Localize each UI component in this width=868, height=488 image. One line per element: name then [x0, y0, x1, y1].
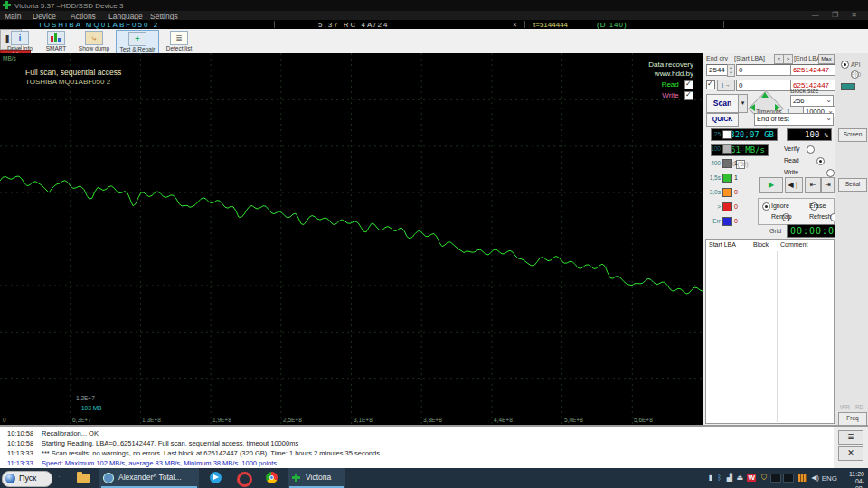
range-checkbox[interactable]: [706, 80, 715, 89]
elapsed-timer-lcd: 00:00:01: [787, 224, 837, 238]
verify-label: Verify: [784, 145, 800, 152]
remap-label: Remap: [771, 213, 792, 220]
tab-separator: [24, 21, 24, 28]
show-dump-button[interactable]: ⤷ Show dump: [74, 30, 114, 52]
window-controls[interactable]: — ❐ ✕: [812, 11, 863, 19]
word-icon[interactable]: W: [747, 474, 756, 482]
y-axis-label: MB/s: [3, 55, 16, 61]
battery-icon[interactable]: ▮: [709, 474, 712, 482]
victoria-app-window: Victoria 5.37 –HDD/SSD Device 3 Main Dev…: [0, 0, 868, 488]
tab-device-1[interactable]: TOSHIBA MQ01ABF050 2: [38, 21, 159, 29]
usb-icon[interactable]: ⏏: [736, 474, 743, 482]
victoria-icon: [292, 474, 300, 482]
play-button[interactable]: ▶: [760, 177, 783, 193]
end-drv-label: End drv: [706, 55, 728, 61]
folder-dump-icon: ⤷: [85, 31, 103, 45]
notepad-icon: ≣: [170, 31, 188, 45]
api-radio[interactable]: [841, 61, 849, 69]
volume-icon[interactable]: ◀): [811, 474, 819, 482]
write-legend-checkbox[interactable]: [684, 91, 693, 100]
col-start-lba: Start LBA: [709, 241, 736, 248]
ignore-radio[interactable]: [762, 202, 770, 211]
quick-button[interactable]: QUICK: [706, 113, 739, 127]
side-strip: API PIO Screen Serial WR RD Freq: [835, 53, 868, 425]
activity-led: [841, 83, 855, 90]
jump-start-button[interactable]: ⇤: [805, 177, 821, 193]
next-button[interactable]: >: [783, 54, 793, 64]
screen-button[interactable]: Screen: [838, 128, 867, 142]
step-back-button[interactable]: ◀❘: [785, 177, 803, 193]
wr-label: WR: [840, 404, 850, 410]
taskbar-opera[interactable]: [231, 468, 255, 488]
graph-subtitle: TOSHIBA MQ01ABF050 2: [25, 78, 110, 86]
taskbar: Пуск · Alexander^ Total... Victoria ▮ ᛒ: [0, 468, 868, 488]
bucket-swatch: [722, 145, 732, 154]
bucket-swatch: [722, 217, 732, 226]
log-clear-button[interactable]: ✕: [838, 446, 863, 461]
read-legend-checkbox[interactable]: [684, 80, 693, 89]
language-indicator[interactable]: ENG: [822, 474, 837, 483]
x-tick: 1,3E+8: [142, 417, 161, 423]
taskbar-total-commander[interactable]: Alexander^ Total...: [99, 468, 199, 488]
jump-end-button[interactable]: ⇥: [821, 177, 835, 193]
taskbar-clock[interactable]: 11:2004-08-2022: [849, 471, 864, 488]
drive-info-button[interactable]: i Drive Info: [2, 30, 38, 52]
log-line: 10:10:58Starting Reading, LBA=0..6251424…: [0, 439, 834, 449]
taskbar-victoria[interactable]: Victoria: [288, 468, 345, 488]
legend-read: Read: [662, 80, 693, 89]
files-icon[interactable]: [798, 474, 807, 482]
x-tick: 5,0E+8: [564, 417, 583, 423]
taskbar-chrome[interactable]: [260, 468, 284, 488]
latency-bucket: 3,0s0: [705, 188, 738, 200]
bluetooth-icon[interactable]: ᛒ: [717, 474, 722, 482]
taskbar-explorer[interactable]: [71, 468, 96, 488]
window-title: Victoria 5.37 –HDD/SSD Device 3: [14, 2, 123, 10]
shield-icon[interactable]: ⛉: [761, 474, 767, 483]
x-tick: 3,1E+8: [354, 417, 373, 423]
app-window-icon[interactable]: [770, 474, 781, 483]
end-lba-input[interactable]: 625142447: [790, 64, 837, 76]
scan-graph: MB/s Full scan, sequential access TOSHIB…: [0, 53, 703, 425]
scan-button[interactable]: Scan: [706, 94, 739, 113]
toolbar: i Drive Info SMART ⤷ Show dump + Test & …: [0, 29, 868, 54]
latency-bucket: 100533: [705, 145, 745, 156]
block-size-label: Block size: [790, 88, 819, 94]
taskbar-telegram[interactable]: [204, 468, 228, 488]
rd-label: RD: [855, 404, 863, 410]
cursor-value-label: 103 MB: [81, 405, 101, 411]
serial-button[interactable]: Serial: [838, 178, 867, 192]
title-bar: Victoria 5.37 –HDD/SSD Device 3: [0, 0, 868, 11]
log-menu-button[interactable]: ≣: [838, 430, 863, 445]
range-step-buttons[interactable]: | →: [717, 80, 735, 91]
smart-button[interactable]: SMART: [38, 30, 74, 52]
tab-close-icon[interactable]: ×: [513, 21, 517, 29]
pio-label: PIO: [851, 71, 861, 78]
start-lba-input[interactable]: 0: [736, 64, 792, 76]
log-line: 11:13:33*** Scan results: no warnings, n…: [0, 449, 834, 459]
spinner-down-icon[interactable]: ▼: [727, 70, 735, 77]
end-of-test-select[interactable]: End of test: [754, 113, 834, 126]
api-label: API: [851, 61, 860, 68]
tab-separator: [524, 21, 525, 28]
graph-title: Full scan, sequential access: [25, 68, 121, 77]
start-button[interactable]: Пуск: [2, 471, 52, 487]
write-radio[interactable]: [826, 169, 835, 177]
read-radio[interactable]: [816, 157, 825, 165]
test-repair-icon: +: [128, 32, 146, 46]
test-repair-button[interactable]: + Test & Repair: [116, 30, 159, 54]
verify-radio[interactable]: [807, 145, 815, 154]
log-panel: 10:10:58Recalibration... OK 10:10:58Star…: [0, 425, 834, 470]
percent-lcd: 100 %: [787, 128, 832, 141]
tab-device-2[interactable]: 5.37 RC 4A/24: [318, 21, 389, 29]
wifi-icon[interactable]: ▟: [727, 474, 732, 482]
dpad-left-icon[interactable]: [750, 104, 755, 111]
start-orb-icon: [5, 474, 15, 483]
max-button[interactable]: Max: [818, 54, 835, 64]
x-tick: 5,6E+8: [634, 417, 653, 423]
freq-button[interactable]: Freq: [838, 412, 867, 426]
app-window-icon[interactable]: [783, 474, 794, 483]
defect-list-button[interactable]: ≣ Defect list: [159, 30, 199, 52]
dpad-up-icon[interactable]: [761, 92, 769, 98]
legend-write: Write: [662, 91, 693, 100]
start-lba-label: [Start LBA]: [734, 55, 765, 61]
